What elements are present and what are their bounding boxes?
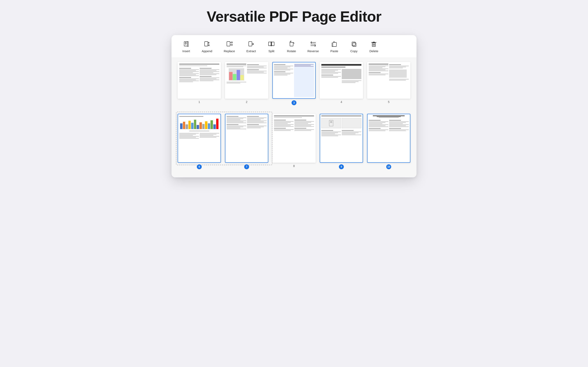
reverse-tool[interactable]: Reverse xyxy=(305,38,321,54)
page-5-number: 5 xyxy=(388,100,389,104)
svg-rect-12 xyxy=(353,43,356,47)
rotate-tool[interactable]: Rotate xyxy=(285,38,298,54)
page-4-number: 4 xyxy=(341,100,342,104)
paste-tool[interactable]: Paste xyxy=(328,38,341,54)
split-tool[interactable]: Split xyxy=(265,38,278,54)
copy-label: Copy xyxy=(350,49,357,53)
svg-rect-13 xyxy=(352,42,355,46)
delete-tool[interactable]: Delete xyxy=(367,38,381,54)
page-10-badge: 10 xyxy=(386,164,391,169)
insert-tool[interactable]: Insert xyxy=(180,38,193,54)
page-1[interactable]: 1 xyxy=(178,62,221,105)
svg-rect-1 xyxy=(205,42,208,46)
split-label: Split xyxy=(268,49,274,53)
page-row-2: 6 xyxy=(178,112,410,169)
copy-tool[interactable]: Copy xyxy=(347,38,361,54)
page-7-badge: 7 xyxy=(244,164,249,169)
extract-icon xyxy=(247,40,255,48)
app-window: Insert Append Replace Extract xyxy=(172,35,416,177)
page-3-badge: 3 xyxy=(292,100,296,105)
extract-tool[interactable]: Extract xyxy=(244,38,259,54)
page-6[interactable]: 6 xyxy=(178,114,221,169)
page-9-badge: 9 xyxy=(339,164,344,169)
append-tool[interactable]: Append xyxy=(199,38,215,54)
rotate-label: Rotate xyxy=(287,49,296,53)
replace-tool[interactable]: Replace xyxy=(221,38,237,54)
page-2[interactable]: 2 xyxy=(225,62,268,105)
insert-icon xyxy=(182,40,190,48)
append-label: Append xyxy=(202,49,212,53)
page-7[interactable]: 7 xyxy=(225,114,268,169)
replace-label: Replace xyxy=(224,49,235,53)
svg-rect-2 xyxy=(227,42,230,46)
append-icon xyxy=(203,40,211,48)
page-2-number: 2 xyxy=(246,100,247,104)
svg-rect-11 xyxy=(333,42,337,47)
page-5[interactable]: 5 xyxy=(367,62,410,105)
content-area: 1 xyxy=(172,58,416,177)
page-8-number: 8 xyxy=(293,164,295,167)
reverse-label: Reverse xyxy=(307,49,319,53)
delete-icon xyxy=(370,40,378,48)
paste-icon xyxy=(330,40,338,48)
page-row-1: 1 xyxy=(178,62,410,105)
app-title: Versatile PDF Page Editor xyxy=(207,8,381,25)
reverse-icon xyxy=(309,40,317,48)
svg-rect-7 xyxy=(290,42,293,46)
replace-icon xyxy=(225,40,233,48)
split-icon xyxy=(267,40,276,48)
rotate-icon xyxy=(287,40,296,48)
page-1-number: 1 xyxy=(199,100,200,104)
page-10[interactable]: 10 xyxy=(367,114,410,169)
page-3[interactable]: 3 xyxy=(272,62,316,105)
page-6-badge: 6 xyxy=(197,164,202,169)
toolbar: Insert Append Replace Extract xyxy=(172,35,416,58)
paste-label: Paste xyxy=(330,49,338,53)
page-8[interactable]: 8 xyxy=(272,114,316,169)
svg-rect-3 xyxy=(249,42,252,46)
delete-label: Delete xyxy=(370,49,378,53)
page-4[interactable]: 4 xyxy=(320,62,363,105)
extract-label: Extract xyxy=(246,49,256,53)
page-9[interactable]: 9 xyxy=(320,114,363,169)
copy-icon xyxy=(350,40,358,48)
insert-label: Insert xyxy=(182,49,190,53)
